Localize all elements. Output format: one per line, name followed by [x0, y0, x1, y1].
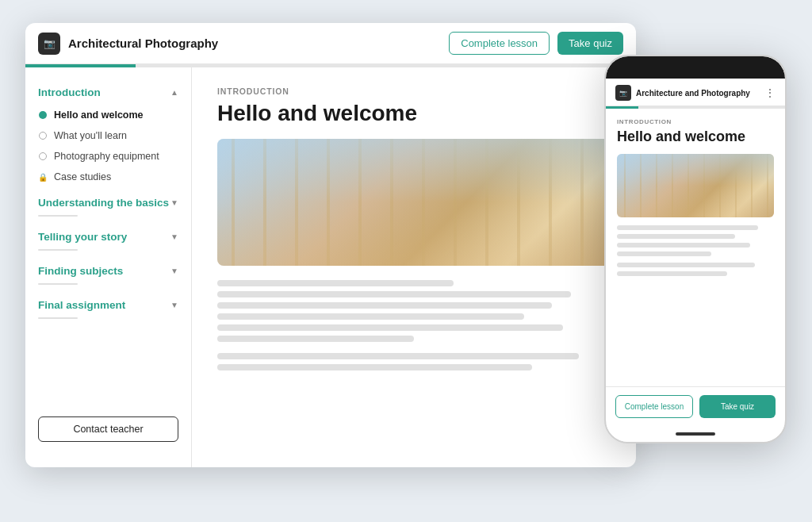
chevron-down-icon-final: ▼: [170, 301, 178, 309]
mobile-text-line: [617, 243, 750, 248]
mobile-text-line: [617, 234, 735, 239]
sidebar-divider-understanding: [38, 215, 78, 217]
mobile-content-title: Hello and welcome: [617, 129, 774, 146]
mobile-take-quiz-button[interactable]: Take quiz: [699, 395, 776, 418]
sidebar-section-final: Final assignment ▼: [25, 293, 191, 324]
complete-lesson-button[interactable]: Complete lesson: [449, 32, 550, 55]
sidebar-section-understanding: Understanding the basics ▼: [25, 190, 191, 221]
app-icon: 📷: [38, 33, 60, 55]
sidebar-section-header-finding[interactable]: Finding subjects ▼: [25, 259, 191, 283]
mobile-app-icon: 📷: [615, 85, 631, 101]
sidebar-divider-finding: [38, 283, 78, 285]
home-indicator: [676, 432, 715, 436]
top-bar-actions: Complete lesson Take quiz: [449, 32, 623, 55]
sidebar-section-telling: Telling your story ▼: [25, 225, 191, 255]
mobile-app-title: Architecture and Photography: [636, 89, 750, 98]
text-line: [217, 336, 414, 342]
mobile-complete-lesson-button[interactable]: Complete lesson: [615, 395, 693, 418]
mobile-app-branding: 📷 Architecture and Photography: [615, 85, 750, 101]
chevron-down-icon-finding: ▼: [170, 267, 178, 275]
take-quiz-button[interactable]: Take quiz: [557, 32, 623, 55]
mobile-text-lines-block2: [617, 263, 774, 276]
sidebar-item-label-equipment: Photography equipment: [54, 151, 159, 162]
sidebar-section-header-understanding[interactable]: Understanding the basics ▼: [25, 190, 191, 215]
circle-icon: [38, 131, 48, 140]
mobile-footer: Complete lesson Take quiz: [606, 386, 785, 426]
sidebar: Introduction ▲ Hello and welcome What: [25, 67, 192, 467]
mobile-text-line: [617, 251, 711, 256]
sidebar-item-label-case: Case studies: [54, 171, 111, 182]
desktop-mockup: 📷 Architectural Photography Complete les…: [25, 23, 636, 467]
mobile-text-line: [617, 271, 727, 276]
mobile-content-label: INTRODUCTION: [617, 118, 774, 125]
text-line: [217, 324, 563, 331]
mobile-top-bar: 📷 Architecture and Photography ⋮: [606, 79, 785, 106]
mobile-mockup: 📷 Architecture and Photography ⋮ INTRODU…: [604, 55, 787, 443]
mobile-text-line: [617, 263, 755, 267]
contact-teacher-button[interactable]: Contact teacher: [38, 416, 178, 442]
text-line: [217, 353, 579, 359]
hero-image: [217, 139, 611, 266]
circle-icon-2: [38, 152, 48, 161]
sidebar-section-header-telling[interactable]: Telling your story ▼: [25, 225, 191, 249]
main-content: INTRODUCTION Hello and welcome: [192, 67, 636, 467]
text-line: [217, 291, 571, 297]
sidebar-section-title-introduction: Introduction: [38, 86, 101, 98]
sidebar-item-what[interactable]: What you'll learn: [25, 125, 191, 146]
desktop-top-bar: 📷 Architectural Photography Complete les…: [25, 23, 636, 64]
sidebar-item-case-studies[interactable]: 🔒 Case studies: [25, 167, 191, 187]
chevron-down-icon-telling: ▼: [170, 232, 178, 241]
content-title: Hello and welcome: [217, 101, 611, 126]
sidebar-item-label-hello: Hello and welcome: [54, 109, 144, 121]
app-branding: 📷 Architectural Photography: [38, 33, 218, 55]
text-line: [217, 280, 454, 286]
chevron-down-icon-understanding: ▼: [170, 198, 178, 207]
mobile-text-line: [617, 225, 758, 230]
lock-icon: 🔒: [38, 172, 48, 182]
chevron-up-icon: ▲: [170, 88, 178, 97]
sidebar-footer: Contact teacher: [25, 404, 191, 455]
text-line: [217, 364, 532, 370]
mobile-text-lines-block1: [617, 225, 774, 256]
text-line: [217, 313, 524, 320]
sidebar-section-introduction: Introduction ▲ Hello and welcome What: [25, 80, 191, 187]
text-line: [217, 302, 552, 309]
app-title: Architectural Photography: [68, 36, 218, 50]
filled-circle-icon: [38, 110, 48, 120]
mobile-menu-icon[interactable]: ⋮: [764, 86, 776, 99]
sidebar-section-header-final[interactable]: Final assignment ▼: [25, 293, 191, 317]
sidebar-section-title-understanding: Understanding the basics: [38, 197, 169, 209]
sidebar-section-title-telling: Telling your story: [38, 231, 127, 243]
sidebar-section-finding: Finding subjects ▼: [25, 259, 191, 290]
desktop-body: Introduction ▲ Hello and welcome What: [25, 67, 636, 467]
text-lines-block2: [217, 353, 611, 370]
mobile-content: INTRODUCTION Hello and welcome: [606, 109, 785, 386]
sidebar-divider-telling: [38, 249, 78, 251]
mobile-bottom-bar: [606, 426, 785, 442]
sidebar-divider-final: [38, 317, 78, 319]
mobile-notch-bar: [606, 56, 785, 79]
sidebar-item-label-what: What you'll learn: [54, 130, 127, 141]
sidebar-section-header-introduction[interactable]: Introduction ▲: [25, 80, 191, 105]
text-lines-block1: [217, 280, 611, 342]
sidebar-section-title-final: Final assignment: [38, 299, 125, 311]
mobile-hero-image: [617, 154, 774, 217]
sidebar-item-equipment[interactable]: Photography equipment: [25, 146, 191, 167]
sidebar-item-hello[interactable]: Hello and welcome: [25, 105, 191, 125]
content-label: INTRODUCTION: [217, 86, 611, 96]
sidebar-section-title-finding: Finding subjects: [38, 265, 123, 277]
